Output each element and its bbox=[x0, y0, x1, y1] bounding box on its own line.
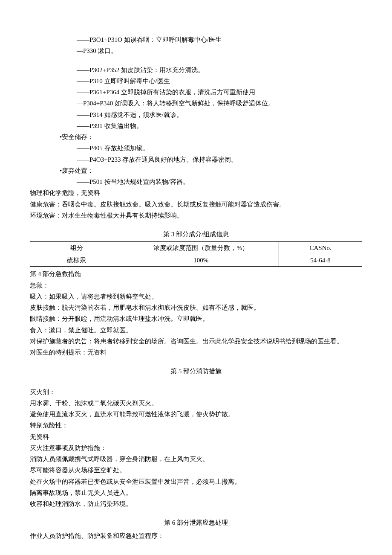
table-header-cell: 浓度或浓度范围（质量分数，%） bbox=[123, 242, 279, 254]
section5-line: 避免使用直流水灭火，直流水可能导致可燃性液体的飞溅，使火势扩散。 bbox=[30, 409, 362, 420]
section5-line: 灭火剂： bbox=[30, 386, 362, 398]
composition-table: 组分 浓度或浓度范围（质量分数，%） CASNo. 硫柳汞 100% 54-64… bbox=[30, 241, 362, 267]
table-cell: 100% bbox=[123, 254, 279, 267]
section5-line: 收容和处理消防水，防止污染环境。 bbox=[30, 498, 362, 509]
section4-line: 吸入：如果吸入，请将患者移到新鲜空气处。 bbox=[30, 291, 362, 302]
hazard-physical: 物理和化学危险，无资料 bbox=[30, 187, 362, 198]
precaution-line: ——P310 立即呼叫解毒中心/医生 bbox=[30, 76, 362, 87]
section4-line: 眼睛接触：分开眼睑，用流动清水或生理盐水冲洗。立即就医。 bbox=[30, 313, 362, 324]
storage-line: ——P4O3+P233 存放在通风良好的地方。保持容器密闭。 bbox=[30, 154, 362, 165]
section5-line: 尽可能将容器从火场移至空旷处。 bbox=[30, 465, 362, 476]
table-header-cell: 组分 bbox=[30, 242, 123, 254]
section6-heading: 第 6 部分泄露应急处理 bbox=[30, 517, 362, 528]
precaution-line: ——P361+P364 立即脱掉所有沾染的衣服，清洗后方可重新使用 bbox=[30, 87, 362, 98]
precaution-line: ——P314 如感觉不适，须求医/就诊。 bbox=[30, 109, 362, 120]
section3-heading: 第 3 部分成分/组成信息 bbox=[30, 229, 362, 240]
section5-line: 消防人员须佩戴携气式呼吸器，穿全身消防服，在上风向灭火。 bbox=[30, 453, 362, 465]
section4-line: 皮肤接触：脱去污染的衣着，用肥皂水和清水彻底冲洗皮肤。如有不适感，就医。 bbox=[30, 302, 362, 313]
section5-heading: 第 5 部分消防措施 bbox=[30, 366, 362, 377]
section4-line: 对保护施救者的忠告：将患者转移到安全的场所。咨询医生。出示此化学品安全技术说明书… bbox=[30, 336, 362, 347]
table-cell: 硫柳汞 bbox=[30, 254, 123, 267]
precaution-line: ——P302+P352 如皮肤沾染：用水充分清洗。 bbox=[30, 64, 362, 76]
precaution-block: ——P3O1+P31O 如误吞咽：立即呼叫解毒中心/医生 —P330 漱口。 —… bbox=[30, 34, 362, 131]
section5-line: 灭火注意事项及防护措施： bbox=[30, 442, 362, 453]
section4-line: 急救： bbox=[30, 280, 362, 291]
precaution-line: —P304+P340 如误吸入：将人转移到空气新鲜处，保持呼吸舒适体位。 bbox=[30, 98, 362, 109]
section5-line: 用水雾、干粉、泡沫或二氧化碳灭火剂灭火。 bbox=[30, 398, 362, 409]
section5-line: 隔离事故现场，禁止无关人员进入。 bbox=[30, 487, 362, 498]
hazard-health: 健康危害：吞咽会中毒。皮肤接触致命。吸入致命。长期或反复接触可能对器官造成伤害。 bbox=[30, 199, 362, 210]
table-cell: 54-64-8 bbox=[279, 254, 362, 267]
precaution-line: ——P391 收集溢出物。 bbox=[30, 120, 362, 131]
disposal-line: ——P501 按当地法规处置内装物/容器。 bbox=[30, 176, 362, 187]
section5-line: 特别危险性： bbox=[30, 420, 362, 431]
section4-line: 食入：漱口，禁止催吐。立即就医。 bbox=[30, 325, 362, 336]
storage-line: ——P405 存放处须加锁。 bbox=[30, 142, 362, 154]
section4-line: 对医生的特别提示：无资料 bbox=[30, 347, 362, 358]
table-header-row: 组分 浓度或浓度范围（质量分数，%） CASNo. bbox=[30, 242, 362, 254]
precaution-line: ——P3O1+P31O 如误吞咽：立即呼叫解毒中心/医生 bbox=[30, 34, 362, 45]
table-row: 硫柳汞 100% 54-64-8 bbox=[30, 254, 362, 267]
section4-heading: 第 4 部分急救措施 bbox=[30, 268, 362, 279]
section5-line: 处在火场中的容器若已变色或从安全泄压装置中发出声音，必须马上撤离。 bbox=[30, 476, 362, 487]
precaution-line: —P330 漱口。 bbox=[30, 45, 362, 56]
storage-header: •安全储存： bbox=[30, 131, 362, 142]
section5-line: 无资料 bbox=[30, 431, 362, 442]
table-header-cell: CASNo. bbox=[279, 242, 362, 254]
section6-line: 作业人员防护措施、防护装备和应急处置程序： bbox=[30, 530, 362, 541]
disposal-header: •废弃处置： bbox=[30, 165, 362, 176]
hazard-env: 环境危害：对水生生物毒性极大并具有长期持续影响。 bbox=[30, 210, 362, 221]
